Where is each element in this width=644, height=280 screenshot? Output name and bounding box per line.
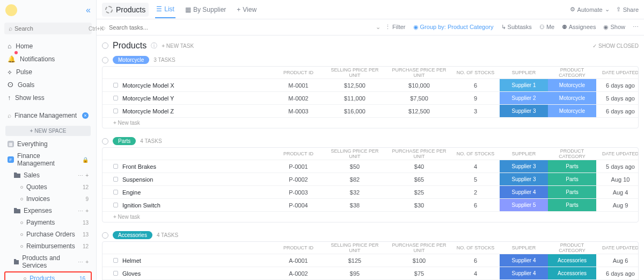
page-title-chip[interactable]: Products xyxy=(102,3,149,17)
list-purchase-orders[interactable]: Purchase Orders13 xyxy=(2,228,94,240)
more-icon[interactable]: ⋯ xyxy=(78,259,83,265)
tab-by-supplier[interactable]: ▦By Supplier xyxy=(184,1,227,18)
automate-button[interactable]: ⚙Automate⌄ xyxy=(570,6,610,13)
cell-supplier[interactable]: Supplier 3 xyxy=(500,173,548,185)
sidebar-everything[interactable]: ▦Everything xyxy=(2,138,94,150)
new-task-row[interactable]: + New task xyxy=(103,211,638,222)
status-icon[interactable] xyxy=(113,96,118,100)
groupby-button[interactable]: ◉ Group by: Product Category xyxy=(413,24,494,31)
cell-supplier[interactable]: Supplier 3 xyxy=(500,105,548,117)
nav-home[interactable]: ⌂Home xyxy=(0,40,96,53)
assignees-button[interactable]: ⚉ Assignees xyxy=(562,24,596,31)
list-products[interactable]: Products16 xyxy=(5,272,91,280)
status-icon[interactable] xyxy=(113,109,118,113)
table-row[interactable]: Ignition Switch P-0004 $38 $30 6 Supplie… xyxy=(103,198,638,211)
category-pill[interactable]: Motorcycle xyxy=(113,56,149,64)
status-icon[interactable] xyxy=(113,177,118,182)
share-button[interactable]: ⇪Share xyxy=(616,6,639,13)
folder-sales[interactable]: Sales⋯+ xyxy=(2,169,94,181)
collapse-icon[interactable] xyxy=(102,232,108,239)
trophy-icon: ⵙ xyxy=(8,81,13,89)
folder-products-services[interactable]: Products and Services⋯+ xyxy=(2,252,94,271)
more-icon[interactable]: ⋯ xyxy=(78,173,83,178)
nav-pulse[interactable]: ⟡Pulse xyxy=(0,66,96,78)
plus-icon[interactable]: + xyxy=(85,173,89,178)
sidebar-search[interactable]: ⌕ Ctrl+K xyxy=(4,23,92,34)
cell-category[interactable]: Parts xyxy=(548,160,596,173)
col-cat: PRODUCT CATEGORY xyxy=(548,67,596,78)
table-row[interactable]: Motorcycle Model Z M-0003 $16,000 $12,50… xyxy=(103,104,638,117)
cell-category[interactable]: Parts xyxy=(548,173,596,185)
collapse-icon[interactable] xyxy=(102,57,108,63)
tab-add-view[interactable]: +View xyxy=(236,1,258,18)
category-pill[interactable]: Parts xyxy=(113,137,136,145)
collapse-icon[interactable] xyxy=(102,138,108,145)
me-button[interactable]: ⚇ Me xyxy=(539,24,554,31)
filter-button[interactable]: ⋮ Filter xyxy=(385,24,406,31)
subtasks-button[interactable]: ↳ Subtasks xyxy=(501,24,532,31)
list-quotes[interactable]: Quotes12 xyxy=(2,181,94,193)
cell-category[interactable]: Parts xyxy=(548,199,596,211)
space-header[interactable]: ⌕Finance Management × xyxy=(0,107,96,124)
cell-supplier[interactable]: Supplier 4 xyxy=(500,267,548,279)
status-icon[interactable] xyxy=(113,164,118,169)
show-closed-toggle[interactable]: ✓ SHOW CLOSED xyxy=(592,43,639,49)
cell-category[interactable]: Motorcycle xyxy=(548,79,596,91)
status-icon[interactable] xyxy=(113,203,118,207)
folder-icon xyxy=(14,208,20,213)
search-input[interactable] xyxy=(14,25,89,32)
cell-supplier[interactable]: Supplier 5 xyxy=(500,199,548,211)
list-invoices[interactable]: Invoices9 xyxy=(2,193,94,205)
cell-category[interactable]: Parts xyxy=(548,186,596,198)
cell-supplier[interactable]: Supplier 4 xyxy=(500,186,548,198)
status-icon[interactable] xyxy=(113,190,118,195)
list-reimbursements[interactable]: Reimbursements12 xyxy=(2,240,94,252)
cell-stocks: 6 xyxy=(451,82,500,89)
share-icon: ⇪ xyxy=(616,6,621,13)
plus-icon[interactable]: + xyxy=(85,259,89,265)
more-icon[interactable]: ⋯ xyxy=(633,24,639,31)
plus-icon[interactable]: + xyxy=(85,208,89,214)
nav-showless[interactable]: ↑Show less xyxy=(0,91,96,104)
cell-category[interactable]: Accessories xyxy=(548,267,596,279)
folder-expenses[interactable]: Expenses⋯+ xyxy=(2,205,94,217)
status-icon[interactable] xyxy=(113,271,118,276)
sidebar-workspace[interactable]: FFinance Management🔒 xyxy=(2,150,94,169)
cell-category[interactable]: Motorcycle xyxy=(548,92,596,104)
table-row[interactable]: Engine P-0003 $32 $25 2 Supplier 4 Parts… xyxy=(103,185,638,198)
cell-pid: M-0002 xyxy=(274,95,323,102)
table-row[interactable]: Gloves A-0002 $95 $75 4 Supplier 4 Acces… xyxy=(103,267,638,279)
cell-category[interactable]: Motorcycle xyxy=(548,105,596,117)
cell-supplier[interactable]: Supplier 4 xyxy=(500,254,548,267)
task-search-input[interactable] xyxy=(109,24,376,31)
cell-supplier[interactable]: Supplier 1 xyxy=(500,79,548,91)
cell-pur: $100 xyxy=(387,257,451,264)
workspace-avatar[interactable] xyxy=(5,4,17,16)
status-icon[interactable] xyxy=(113,83,118,88)
new-task-row[interactable]: + New task xyxy=(103,117,638,128)
table-row[interactable]: Helmet A-0001 $125 $100 6 Supplier 4 Acc… xyxy=(103,254,638,267)
cell-category[interactable]: Accessories xyxy=(548,254,596,267)
more-icon[interactable]: ⋯ xyxy=(78,208,83,214)
collapse-sidebar-icon[interactable]: « xyxy=(86,5,91,15)
nav-goals[interactable]: ⵙGoals xyxy=(0,78,96,91)
table-row[interactable]: Suspension P-0002 $82 $65 5 Supplier 3 P… xyxy=(103,173,638,185)
table-row[interactable]: Front Brakes P-0001 $50 $40 4 Supplier 3… xyxy=(103,160,638,173)
nav-notifications[interactable]: 🔔Notifications xyxy=(0,53,96,66)
close-icon[interactable]: × xyxy=(82,112,89,119)
new-space-button[interactable]: + NEW SPACE xyxy=(5,126,91,136)
table-row[interactable]: Motorcycle Model X M-0001 $12,500 $10,00… xyxy=(103,78,638,91)
status-icon[interactable] xyxy=(113,258,118,263)
info-icon[interactable]: ⓘ xyxy=(151,41,157,51)
cell-sell: $32 xyxy=(323,189,387,196)
cell-supplier[interactable]: Supplier 3 xyxy=(500,160,548,173)
new-task-button[interactable]: + NEW TASK xyxy=(162,43,194,49)
list-payments[interactable]: Payments13 xyxy=(2,217,94,228)
chevron-down-icon[interactable]: ⌄ xyxy=(376,24,380,31)
cell-supplier[interactable]: Supplier 2 xyxy=(500,92,548,104)
tab-list[interactable]: ☰List xyxy=(155,1,175,18)
column-headers: PRODUCT ID SELLING PRICE PER UNIT PURCHA… xyxy=(103,242,638,254)
table-row[interactable]: Motorcycle Model Y M-0002 $11,000 $7,500… xyxy=(103,91,638,104)
category-pill[interactable]: Accessories xyxy=(113,231,152,239)
show-button[interactable]: ◉ Show xyxy=(603,24,625,31)
